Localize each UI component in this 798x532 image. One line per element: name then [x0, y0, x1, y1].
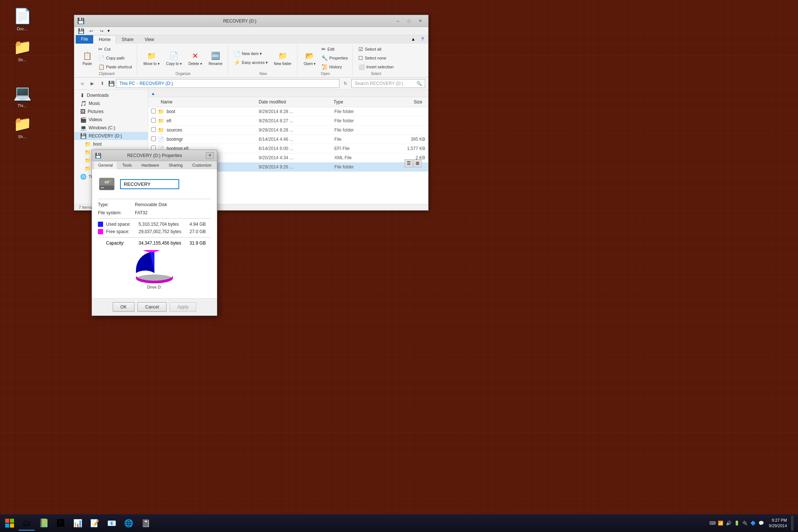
paste-button[interactable]: 📋 Paste [79, 49, 95, 68]
move-to-button[interactable]: 📁 Move to ▾ [141, 49, 162, 68]
bluetooth-icon[interactable]: 🔷 [750, 520, 756, 526]
ok-button[interactable]: OK [113, 302, 134, 312]
minimize-button[interactable]: ─ [393, 17, 403, 25]
col-header-date[interactable]: Date modified [256, 99, 331, 105]
taskbar-word[interactable]: 📝 [86, 516, 103, 531]
file-row-bootmgr[interactable]: 📄 bootmgr 6/14/2014 4:46 ... File 395 KB [148, 135, 428, 144]
tab-file[interactable]: File [76, 35, 93, 44]
explorer-title-bar: 💾 RECOVERY (D:) ─ □ ✕ [74, 15, 428, 27]
close-button[interactable]: ✕ [415, 17, 425, 25]
taskbar-onenote2[interactable]: 📓 [137, 516, 154, 531]
ribbon-collapse[interactable]: ▲ [408, 35, 418, 44]
history-button[interactable]: 📜 History [320, 63, 349, 71]
col-header-type[interactable]: Type [331, 99, 383, 105]
back-button[interactable]: ◀ [77, 79, 86, 88]
keyboard-icon[interactable]: ⌨ [709, 520, 716, 526]
new-folder-button[interactable]: 📁 New folder [271, 49, 294, 68]
address-thispc[interactable]: This PC [119, 81, 135, 86]
forward-button[interactable]: ▶ [88, 79, 96, 88]
address-drive[interactable]: RECOVERY (D:) [140, 81, 173, 86]
select-label: Select [357, 71, 395, 76]
dialog-close-button[interactable]: ✕ [206, 152, 214, 159]
checkbox-bootmgr[interactable] [151, 136, 158, 142]
file-row-efi[interactable]: 📁 efi 9/29/2014 8:27 ... File folder [148, 116, 428, 126]
quick-undo-btn[interactable]: ↩ [86, 27, 96, 35]
show-desktop-button[interactable] [791, 516, 794, 531]
refresh-button[interactable]: ↻ [341, 79, 350, 88]
checkbox-boot[interactable] [151, 109, 158, 115]
sidebar-windows-c[interactable]: 💻 Windows (C:) [74, 124, 148, 132]
file-row-boot[interactable]: 📁 boot 9/29/2014 8:28 ... File folder [148, 107, 428, 116]
delete-button[interactable]: ✕ Delete ▾ [186, 49, 205, 68]
help-btn[interactable]: ? [418, 35, 427, 44]
details-view-btn[interactable]: ☰ [405, 159, 413, 167]
edit-button[interactable]: ✏ Edit [320, 45, 349, 53]
col-header-name[interactable]: Name [158, 99, 256, 105]
sidebar-pictures[interactable]: 🖼 Pictures [74, 108, 148, 116]
taskbar-outlook[interactable]: 📧 [103, 516, 120, 531]
explorer-title: RECOVERY (D:) [87, 18, 393, 24]
taskbar-ie[interactable]: 🌐 [120, 516, 137, 531]
drive-name-input[interactable] [120, 179, 179, 189]
taskbar-file-explorer[interactable]: 🗂 [18, 516, 35, 531]
battery-icon[interactable]: 🔋 [733, 520, 740, 526]
properties-button[interactable]: 🔧 Properties [320, 54, 349, 62]
copy-to-button[interactable]: 📄 Copy to ▾ [164, 49, 184, 68]
tab-sharing[interactable]: Sharing [164, 161, 188, 169]
start-button[interactable] [1, 515, 18, 531]
rename-button[interactable]: 🔤 Rename [206, 49, 225, 68]
tab-general[interactable]: General [93, 161, 117, 169]
desktop-icon-shared[interactable]: 📁 Sh... [7, 115, 37, 139]
maximize-button[interactable]: □ [404, 17, 414, 25]
tab-tools[interactable]: Tools [117, 161, 137, 169]
open-button[interactable]: 📂 Open ▾ [301, 49, 318, 68]
quick-redo-btn[interactable]: ↪ [96, 27, 107, 35]
up-button[interactable]: ⬆ [98, 79, 107, 88]
quick-toolbar-btn[interactable]: 💾 [76, 27, 86, 35]
file-row-sources[interactable]: 📁 sources 9/29/2014 8:28 ... File folder [148, 126, 428, 135]
invert-selection-button[interactable]: ⬜ Invert selection [357, 63, 395, 71]
address-path[interactable]: This PC › RECOVERY (D:) [116, 79, 340, 88]
cut-button[interactable]: ✂ Cut [96, 45, 134, 53]
network-icon[interactable]: 📶 [717, 520, 724, 526]
easy-access-button[interactable]: ⚡ Easy access ▾ [232, 58, 270, 66]
sidebar-recovery-d[interactable]: 💾 RECOVERY (D:) [74, 132, 148, 140]
new-item-button[interactable]: 📄 New item ▾ [232, 50, 270, 58]
checkbox-efi[interactable] [151, 118, 158, 124]
copy-path-button[interactable]: 📄 Copy path [96, 54, 134, 62]
cancel-button[interactable]: Cancel [137, 302, 167, 312]
tab-customize[interactable]: Customize [187, 161, 216, 169]
taskbar-excel[interactable]: 📊 [69, 516, 86, 531]
desktop-icon-docs[interactable]: 📄 Doc... [7, 7, 37, 31]
taskbar-onenote[interactable]: 📗 [35, 516, 52, 531]
desktop-icon-this-pc[interactable]: 💻 Thi... [7, 84, 37, 108]
sidebar-downloads[interactable]: ⬇ Downloads [74, 91, 148, 99]
paste-shortcut-button[interactable]: 📋 Paste shortcut [96, 63, 134, 71]
tab-share[interactable]: Share [116, 35, 139, 44]
svg-rect-6 [5, 519, 9, 523]
taskbar-powerpoint[interactable]: 🅿 [52, 516, 69, 531]
sidebar-music[interactable]: 🎵 Music [74, 99, 148, 108]
apply-button[interactable]: Apply [170, 302, 196, 312]
volume-icon[interactable]: 🔊 [725, 520, 732, 526]
search-box[interactable]: Search RECOVERY (D:) 🔍 [351, 79, 425, 88]
sidebar-videos[interactable]: 🎬 Videos [74, 116, 148, 124]
select-none-button[interactable]: ☐ Select none [357, 54, 395, 62]
col-header-size[interactable]: Size [382, 99, 425, 105]
search-icon[interactable]: 🔍 [416, 81, 422, 86]
fs-label: File system: [98, 210, 135, 215]
tab-hardware[interactable]: Hardware [137, 161, 164, 169]
tab-home[interactable]: Home [93, 35, 116, 44]
tiles-view-btn[interactable]: ⊞ [413, 159, 422, 167]
taskbar-clock[interactable]: 9:27 PM 9/29/2014 [766, 518, 790, 529]
tab-view[interactable]: View [139, 35, 160, 44]
select-all-button[interactable]: ☑ Select all [357, 45, 395, 53]
usb-icon[interactable]: 🔌 [741, 520, 748, 526]
downloads-icon: ⬇ [80, 92, 85, 98]
action-center-icon[interactable]: 💬 [758, 520, 764, 526]
quick-toolbar-dropdown[interactable]: ▼ [107, 29, 110, 33]
checkbox-sources[interactable] [151, 127, 158, 133]
invert-icon: ⬜ [358, 64, 365, 70]
sidebar-boot[interactable]: 📁 boot [74, 140, 148, 148]
desktop-icon-shortcuts[interactable]: 📁 Sh... [7, 38, 37, 62]
